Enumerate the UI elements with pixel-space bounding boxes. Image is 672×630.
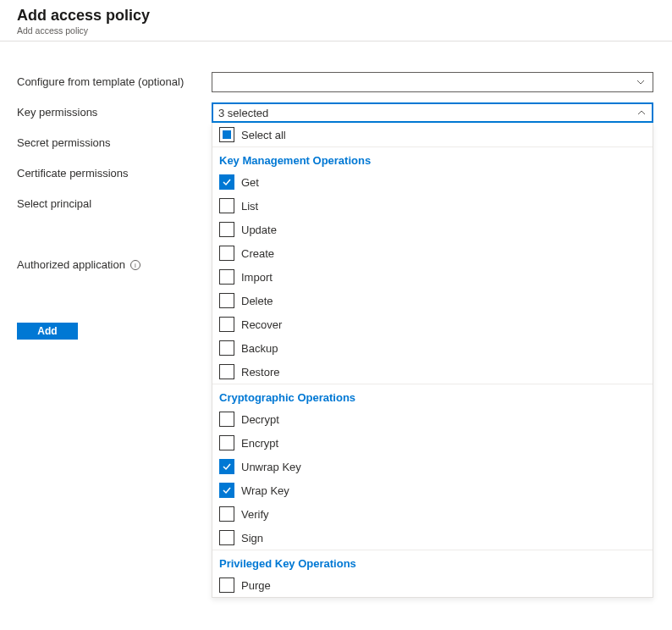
option-wrap[interactable]: Wrap Key — [212, 478, 653, 502]
label-certificate-permissions: Certificate permissions — [17, 163, 212, 194]
checkbox-create[interactable] — [219, 246, 234, 261]
option-purge[interactable]: Purge — [212, 573, 653, 597]
checkbox-import[interactable] — [219, 269, 234, 285]
option-label-encrypt: Encrypt — [241, 437, 278, 450]
chevron-up-icon — [636, 108, 647, 118]
checkbox-purge[interactable] — [219, 578, 234, 593]
checkbox-sign[interactable] — [219, 530, 234, 545]
label-column: Configure from template (optional) Key p… — [17, 72, 212, 340]
option-delete[interactable]: Delete — [212, 289, 653, 312]
option-encrypt[interactable]: Encrypt — [212, 431, 653, 455]
option-label-restore: Restore — [241, 366, 280, 379]
label-secret-permissions: Secret permissions — [17, 133, 212, 163]
option-select-all[interactable]: Select all — [212, 123, 653, 146]
spacer — [17, 285, 212, 316]
checkbox-recover[interactable] — [219, 317, 234, 332]
authorized-app-text: Authorized application — [17, 258, 125, 271]
key-permissions-dropdown: Select all Key Management Operations Get… — [212, 123, 653, 598]
spacer — [17, 224, 212, 255]
configure-template-select[interactable] — [212, 72, 653, 92]
option-label-delete: Delete — [241, 295, 273, 307]
group-key-management: Key Management Operations — [212, 146, 653, 170]
label-authorized-application: Authorized application i — [17, 255, 212, 285]
page-header: Add access policy Add access policy — [0, 0, 672, 41]
option-label-import: Import — [241, 271, 273, 284]
label-key-permissions: Key permissions — [17, 102, 212, 133]
option-restore[interactable]: Restore — [212, 360, 653, 384]
option-label-verify: Verify — [241, 508, 269, 521]
option-label-sign: Sign — [241, 532, 263, 544]
option-decrypt[interactable]: Decrypt — [212, 407, 653, 431]
option-label-purge: Purge — [241, 579, 271, 592]
option-label-create: Create — [241, 247, 274, 260]
option-unwrap[interactable]: Unwrap Key — [212, 455, 653, 478]
option-import[interactable]: Import — [212, 265, 653, 289]
option-label-get: Get — [241, 176, 259, 189]
option-label-recover: Recover — [241, 318, 282, 331]
option-recover[interactable]: Recover — [212, 312, 653, 336]
option-label-update: Update — [241, 224, 277, 236]
option-label-decrypt: Decrypt — [241, 413, 279, 426]
checkbox-restore[interactable] — [219, 364, 234, 379]
chevron-down-icon — [636, 77, 646, 87]
checkbox-unwrap[interactable] — [219, 459, 234, 474]
option-verify[interactable]: Verify — [212, 502, 653, 526]
key-permissions-select[interactable]: 3 selected — [212, 102, 653, 123]
checkbox-wrap[interactable] — [219, 483, 234, 498]
label-configure-template: Configure from template (optional) — [17, 72, 212, 102]
option-label-wrap: Wrap Key — [241, 484, 289, 497]
checkbox-decrypt[interactable] — [219, 412, 234, 427]
option-label-backup: Backup — [241, 342, 278, 355]
checkbox-backup[interactable] — [219, 340, 234, 356]
checkbox-update[interactable] — [219, 222, 234, 237]
checkbox-delete[interactable] — [219, 293, 234, 308]
key-permissions-summary: 3 selected — [218, 107, 268, 119]
checkbox-list[interactable] — [219, 198, 234, 213]
option-sign[interactable]: Sign — [212, 526, 653, 550]
page-title: Add access policy — [17, 7, 655, 25]
group-privileged: Privileged Key Operations — [212, 550, 653, 573]
controls-column: 3 selected Select all Key Management Ope… — [212, 72, 655, 598]
option-label-select-all: Select all — [241, 129, 286, 141]
checkbox-select-all[interactable] — [219, 127, 234, 142]
label-select-principal: Select principal — [17, 194, 212, 224]
option-backup[interactable]: Backup — [212, 336, 653, 360]
option-label-unwrap: Unwrap Key — [241, 461, 301, 473]
breadcrumb: Add access policy — [17, 25, 655, 36]
option-update[interactable]: Update — [212, 218, 653, 241]
content: Configure from template (optional) Key p… — [0, 41, 672, 615]
option-get[interactable]: Get — [212, 170, 653, 194]
option-create[interactable]: Create — [212, 241, 653, 265]
checkbox-verify[interactable] — [219, 506, 234, 522]
group-cryptographic: Cryptographic Operations — [212, 384, 653, 407]
option-label-list: List — [241, 200, 258, 213]
checkbox-get[interactable] — [219, 174, 234, 190]
checkbox-encrypt[interactable] — [219, 435, 234, 450]
add-button[interactable]: Add — [17, 323, 78, 340]
option-list[interactable]: List — [212, 194, 653, 218]
info-icon[interactable]: i — [130, 260, 140, 270]
